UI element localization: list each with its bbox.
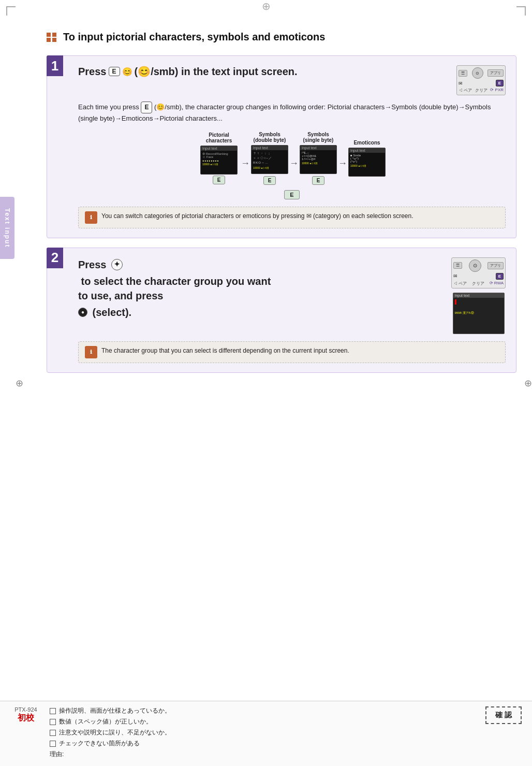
section-title: To input pictorial characters, symbols a… xyxy=(63,31,325,43)
phone2-nav-circle: ⊙ xyxy=(469,259,481,272)
screen-sym-dbl-content: ？！・：；＞＜◇○−／RKO～… xyxy=(253,151,286,165)
arrow-1: → xyxy=(241,158,250,169)
phone-ui: ☰ ⊙ アプリ ✉ E ◁ ペア クリア xyxy=(456,65,506,95)
check-label-0: 操作説明、画面が仕様とあっているか。 xyxy=(59,706,171,715)
phone-btn-clear: クリア xyxy=(475,88,487,93)
screen-sym-sgl-content: !*$.,:;+<>()@#&1:!=>+@# xyxy=(302,151,335,161)
step1-heading: Press E 😊 (😊/smb) in the text input scre… xyxy=(78,65,298,78)
crosshair-top: ⊕ xyxy=(262,0,271,12)
e-key-bottom-center: E xyxy=(284,188,299,199)
phone-btn-app: アプリ xyxy=(487,69,504,77)
arrow-2: → xyxy=(289,158,299,169)
select-btn: ● xyxy=(78,308,87,317)
screen-mock-pictorial: Input text ⚙ Record/Ranking ☺ Face ●●●●●… xyxy=(200,146,238,175)
diagram-label-sym-sgl: Symbols(single byte) xyxy=(303,132,334,143)
diagram-symbols-double: Symbols(double byte) Input text ？！・：；＞＜◇… xyxy=(251,132,288,185)
step1-note-text: You can switch categories of pictorial c… xyxy=(101,211,413,221)
check-label-1: 数値（スペック値）が正しいか。 xyxy=(59,717,152,726)
screen-content-1: ⚙ Record/Ranking ☺ Face ●●●●● ●●● 10000 … xyxy=(201,151,237,167)
check-item-0: 操作説明、画面が仕様とあっているか。 xyxy=(50,706,477,715)
step1-press-label: Press xyxy=(78,66,107,78)
arrow-3: → xyxy=(338,158,347,169)
corner-mark-tr xyxy=(516,6,526,16)
section-icon xyxy=(47,33,58,42)
step2-note: ℹ The character group that you can selec… xyxy=(78,341,506,363)
crosshair-left: ⊕ xyxy=(16,378,23,389)
phone-mock-step2: ☰ ⊙ アプリ ✉ E ◁ ペア クリア xyxy=(451,257,506,288)
section-header: To input pictorial characters, symbols a… xyxy=(47,31,516,43)
screen-mock-sym-sgl: Input text !*$.,:;+<>()@#&1:!=>+@# 10000… xyxy=(300,145,337,174)
diagram-pictorial: Pictorial characters Input text ⚙ Record… xyxy=(198,132,240,184)
screen-mock-emo: Input text ■ Smile( ^ω^)(^o^) 10000 ●☆±目 xyxy=(348,148,386,177)
check-box-1 xyxy=(50,719,56,725)
footer-confirm: 確 認 xyxy=(485,706,522,724)
step2-inner: Press ✦ to select the character group yo… xyxy=(78,257,506,334)
screen-counter-4: 10000 ●☆±目 xyxy=(350,164,383,167)
footer-label: PTX-924 初校 xyxy=(10,706,41,724)
check-label-2: 注意文や説明文に誤り、不足がないか。 xyxy=(59,728,171,737)
footer-hatsuko: 初校 xyxy=(18,713,34,724)
step1-e-key: E xyxy=(109,67,120,76)
nav-btn: ✦ xyxy=(111,259,123,270)
phone2-btn-app: アプリ xyxy=(487,262,504,269)
screen-content-4: ■ Smile( ^ω^)(^o^) 10000 ●☆±目 xyxy=(349,153,385,168)
check-item-2: 注意文や説明文に誤り、不足がないか。 xyxy=(50,728,477,737)
step2-block: 2 Press ✦ to select the character group … xyxy=(47,248,516,373)
phone-ui-mid-row: ✉ E xyxy=(459,80,504,86)
e-key-diagram1: E xyxy=(213,176,226,184)
step1-diagram: Pictorial characters Input text ⚙ Record… xyxy=(78,132,506,199)
step1-heading-row: Press E 😊 (😊/smb) in the text input scre… xyxy=(78,65,506,95)
phone2-btn-right: ⟳ RWA xyxy=(490,281,504,286)
preview-cursor xyxy=(455,299,456,305)
step1-block: 1 Press E 😊 (😊/smb) in the text input sc… xyxy=(47,55,516,238)
check-label-3: チェックできない箇所がある xyxy=(59,739,140,748)
phone-btn-back: ◁ ペア xyxy=(459,88,472,93)
step2-text: Press ✦ to select the character group yo… xyxy=(78,257,443,325)
diagram-emoticons: Emoticons Input text ■ Smile( ^ω^)(^o^) … xyxy=(348,140,386,177)
screen-top-bar-1: Input text xyxy=(201,146,237,151)
side-tab: Text input xyxy=(0,197,14,259)
check-item-4: 理由: xyxy=(50,750,477,759)
footer-checklist: 操作説明、画面が仕様とあっているか。 数値（スペック値）が正しいか。 注意文や説… xyxy=(50,706,477,761)
diagram-screens-row: Pictorial characters Input text ⚙ Record… xyxy=(198,132,386,185)
note-icon-1: ℹ xyxy=(85,211,97,224)
phone-e-key: E xyxy=(496,80,504,86)
bottom-footer: PTX-924 初校 操作説明、画面が仕様とあっているか。 数値（スペック値）が… xyxy=(0,701,532,766)
phone2-btn-1: ☰ xyxy=(453,262,462,269)
check-item-1: 数値（スペック値）が正しいか。 xyxy=(50,717,477,726)
step2-note-text: The character group that you can select … xyxy=(101,346,349,355)
footer-ptx: PTX-924 xyxy=(14,706,37,713)
step2-number: 2 xyxy=(47,248,63,268)
screen-top-bar-2: Input text xyxy=(252,146,288,150)
screen-emo-content: ■ Smile( ^ω^)(^o^) xyxy=(350,154,383,163)
e-key-inline1: E xyxy=(141,102,152,113)
step1-note: ℹ You can switch categories of pictorial… xyxy=(78,207,506,228)
phone-mock-step1: ☰ ⊙ アプリ ✉ E ◁ ペア クリア xyxy=(456,65,506,95)
step2-content: Press ✦ to select the character group yo… xyxy=(78,257,506,363)
crosshair-right: ⊕ xyxy=(524,378,532,389)
phone-mail-icon: ✉ xyxy=(459,81,463,86)
screen-content-2: ？！・：；＞＜◇○−／RKO～… 10000 ●☆±目 xyxy=(252,150,288,170)
diagram-label-sym-dbl: Symbols(double byte) xyxy=(254,132,286,143)
screen-face: ☺ Face xyxy=(202,155,235,158)
check-box-0 xyxy=(50,708,56,714)
screen-record: ⚙ Record/Ranking xyxy=(202,152,235,155)
step1-body: Each time you press E (😊/smb), the chara… xyxy=(78,102,506,124)
screen-top-bar-3: Input text xyxy=(300,146,336,150)
phone2-nav-area: ⊙ xyxy=(469,259,481,272)
step2-heading: Press ✦ to select the character group yo… xyxy=(78,257,275,320)
diagram-label-pictorial: Pictorial characters xyxy=(198,132,240,143)
phone2-mid-row: ✉ E xyxy=(453,273,504,280)
phone2-e-key: E xyxy=(496,273,504,280)
smb-inline1: (😊/smb) xyxy=(154,103,182,111)
phone2-top-row: ☰ ⊙ アプリ xyxy=(453,259,504,272)
phone-nav-area: ⊙ xyxy=(472,67,483,79)
phone2-mail-icon: ✉ xyxy=(453,273,457,279)
step1-content: Press E 😊 (😊/smb) in the text input scre… xyxy=(78,65,506,228)
phone-bottom-row: ◁ ペア クリア ⟳ PXR xyxy=(459,88,504,93)
check-item-3: チェックできない箇所がある xyxy=(50,739,477,748)
phone2-bottom-row: ◁ ペア クリア ⟳ RWA xyxy=(453,281,504,286)
screen-counter-3: 10000 ●☆±目 xyxy=(302,162,335,165)
diagram-label-emo: Emoticons xyxy=(353,140,380,146)
screen-content-3: !*$.,:;+<>()@#&1:!=>+@# 10000 ●☆±目 xyxy=(300,150,336,166)
